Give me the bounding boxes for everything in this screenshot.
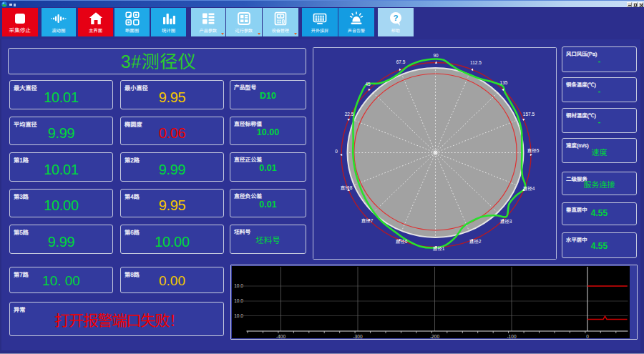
svg-text:0: 0 (586, 333, 589, 338)
svg-text:10.0: 10.0 (234, 298, 243, 303)
svg-text:-300: -300 (353, 333, 363, 338)
svg-text:直径7: 直径7 (361, 217, 374, 222)
svg-text:直径6: 直径6 (396, 238, 408, 243)
svg-text:22.5: 22.5 (345, 111, 354, 116)
svg-text:45: 45 (365, 81, 371, 86)
svg-text:10.0: 10.0 (234, 283, 243, 288)
svg-text:直径5: 直径5 (527, 147, 540, 152)
svg-text:0: 0 (335, 148, 338, 153)
svg-text:-200: -200 (430, 333, 440, 338)
svg-text:90: 90 (433, 52, 439, 57)
svg-text:?: ? (393, 13, 398, 21)
svg-text:67.5: 67.5 (396, 59, 406, 64)
svg-text:112.5: 112.5 (470, 59, 482, 64)
svg-text:157.5: 157.5 (523, 111, 535, 116)
svg-text:-100: -100 (507, 333, 517, 338)
svg-text:直径4: 直径4 (523, 185, 535, 190)
svg-text:直径3: 直径3 (500, 218, 512, 223)
svg-text:直径8: 直径8 (341, 185, 353, 190)
svg-text:-400: -400 (276, 333, 286, 338)
svg-text:135: 135 (500, 79, 508, 84)
svg-text:直径2: 直径2 (469, 238, 482, 243)
svg-text:直径1: 直径1 (433, 245, 445, 250)
svg-text:10.0: 10.0 (234, 313, 243, 318)
